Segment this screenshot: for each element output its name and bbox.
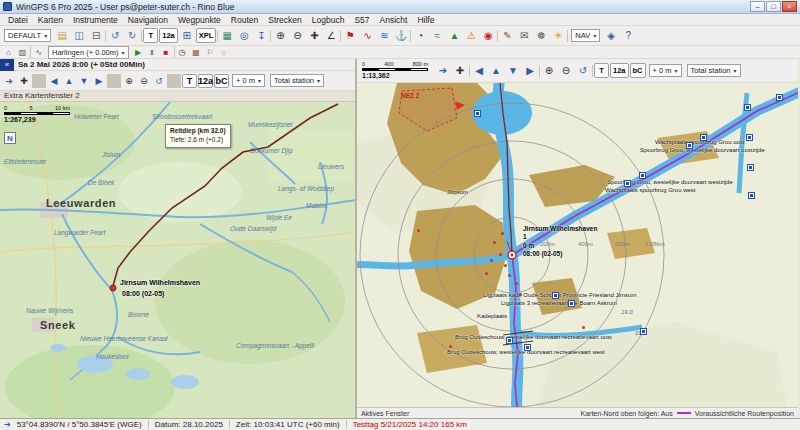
separator[interactable] — [469, 65, 470, 77]
tide-reference-dropdown[interactable]: Total station — [270, 74, 324, 87]
measure-icon[interactable]: ∠ — [323, 28, 339, 43]
zoom-out-button[interactable]: ⊖ — [558, 63, 574, 78]
zoom-in-button[interactable]: ⊕ — [541, 63, 557, 78]
depth-offset-dropdown[interactable]: + 0 m — [232, 74, 265, 87]
daynight-icon[interactable]: ☀ — [550, 28, 566, 43]
world-icon[interactable]: ◎ — [236, 28, 252, 43]
center-map-button[interactable]: ✚ — [452, 63, 468, 78]
anchor-icon[interactable]: ⚓ — [393, 28, 409, 43]
pan-down-button[interactable]: ▼ — [77, 74, 91, 88]
text-labels-button[interactable]: T — [143, 28, 158, 43]
depth-toggle-button[interactable]: 12a — [610, 63, 629, 78]
colors-toggle-button[interactable]: bC — [630, 63, 646, 78]
menu-item[interactable]: Routen — [226, 15, 263, 25]
route-icon[interactable]: ∿ — [359, 28, 375, 43]
pan-right-button[interactable]: ▶ — [522, 63, 538, 78]
pan-left-button[interactable]: ◀ — [47, 74, 61, 88]
previous-view-button[interactable]: ↺ — [575, 63, 591, 78]
zoom-in-button[interactable]: ⊕ — [122, 74, 136, 88]
text-toggle-button[interactable]: T — [182, 74, 197, 88]
menu-item[interactable]: Navigation — [123, 15, 173, 25]
menu-item[interactable]: Strecken — [263, 15, 307, 25]
calendar-icon[interactable]: ▦ — [190, 47, 203, 58]
pan-icon[interactable]: ✚ — [306, 28, 322, 43]
separator[interactable] — [592, 65, 593, 77]
separator[interactable] — [105, 30, 106, 42]
center-map-button[interactable]: ✚ — [17, 74, 31, 88]
xpl-button[interactable]: XPL — [196, 28, 217, 43]
nav-dropdown[interactable]: NAV — [571, 29, 600, 42]
separator[interactable] — [539, 65, 540, 77]
sun-icon[interactable]: ☼ — [218, 47, 231, 58]
depth-offset-dropdown[interactable]: + 0 m — [649, 64, 682, 77]
titlebar[interactable]: WinGPS 6 Pro 2025 - User ps@peter-suter.… — [0, 0, 800, 14]
text-toggle-button[interactable]: T — [594, 63, 609, 78]
pan-right-button[interactable]: ▶ — [92, 74, 106, 88]
separator[interactable] — [32, 74, 46, 88]
pause-icon[interactable]: ‖ — [146, 47, 159, 58]
menu-item[interactable]: Hilfe — [412, 15, 439, 25]
separator[interactable] — [567, 30, 568, 42]
menu-item[interactable]: Ansicht — [375, 15, 413, 25]
home-icon[interactable]: ⌂ — [2, 47, 15, 58]
mob-icon[interactable]: ◉ — [480, 28, 496, 43]
colors-toggle-button[interactable]: bC — [214, 74, 229, 88]
menu-item[interactable]: S57 — [349, 15, 374, 25]
settings-icon[interactable]: ☸ — [533, 28, 549, 43]
depth-toggle-button[interactable]: 12a — [198, 74, 213, 88]
wind-icon[interactable]: ≈ — [429, 28, 445, 43]
maximize-button[interactable]: □ — [766, 1, 781, 12]
waypoint-icon[interactable]: ⚑ — [342, 28, 358, 43]
zoom-in-icon[interactable]: ⊕ — [272, 28, 288, 43]
alarm-icon[interactable]: ⚠ — [463, 28, 479, 43]
pan-left-button[interactable]: ◀ — [471, 63, 487, 78]
separator[interactable] — [167, 74, 181, 88]
open-icon[interactable]: ▤ — [54, 28, 70, 43]
print-icon[interactable]: ⊟ — [88, 28, 104, 43]
redo-icon[interactable]: ↻ — [124, 28, 140, 43]
menu-item[interactable]: Karten — [33, 15, 68, 25]
separator[interactable] — [141, 30, 142, 42]
layers-icon[interactable]: ▧ — [16, 47, 29, 58]
zoom-out-icon[interactable]: ⊖ — [289, 28, 305, 43]
clock-icon[interactable]: ◷ — [176, 47, 189, 58]
time-rewind-button[interactable]: « — [0, 59, 14, 71]
zoom-out-button[interactable]: ⊖ — [137, 74, 151, 88]
separator[interactable] — [340, 30, 341, 42]
charts-icon[interactable]: ▦ — [219, 28, 235, 43]
undo-icon[interactable]: ↺ — [107, 28, 123, 43]
menu-item[interactable]: Datei — [3, 15, 33, 25]
pan-up-button[interactable]: ▲ — [488, 63, 504, 78]
follow-ship-button[interactable]: ➔ — [435, 63, 451, 78]
save-icon[interactable]: ◫ — [71, 28, 87, 43]
tide-station-dropdown[interactable]: Harlingen (+ 0.00m) — [48, 46, 129, 59]
left-map-caption[interactable]: Extra Kartenfenster 2 — [0, 91, 355, 102]
menu-item[interactable]: Instrumente — [68, 15, 123, 25]
tide-reference-dropdown[interactable]: Total station — [687, 64, 741, 77]
flag-icon[interactable]: ⚐ — [204, 47, 217, 58]
mail-icon[interactable]: ✉ — [516, 28, 532, 43]
pan-up-button[interactable]: ▲ — [62, 74, 76, 88]
chart-download-icon[interactable]: ↧ — [253, 28, 269, 43]
menu-item[interactable]: Logbuch — [307, 15, 350, 25]
stop-icon[interactable]: ■ — [160, 47, 173, 58]
grid-icon[interactable]: ⊞ — [179, 28, 195, 43]
help-icon[interactable]: ? — [620, 28, 636, 43]
separator[interactable] — [497, 30, 498, 42]
main-map-canvas[interactable]: 200m400m600m1.08km JirnsumWachtplaats sp… — [357, 83, 798, 407]
minimize-button[interactable]: – — [750, 1, 765, 12]
pan-down-button[interactable]: ▼ — [505, 63, 521, 78]
logbook-icon[interactable]: ✎ — [499, 28, 515, 43]
separator[interactable] — [217, 30, 218, 42]
follow-ship-button[interactable]: ➔ — [2, 74, 16, 88]
close-button[interactable]: × — [782, 1, 797, 12]
separator[interactable] — [30, 46, 31, 58]
depth-labels-button[interactable]: 12a — [159, 28, 178, 43]
compass-icon[interactable]: ◈ — [603, 28, 619, 43]
ais-icon[interactable]: ▲ — [446, 28, 462, 43]
separator[interactable] — [410, 30, 411, 42]
separator[interactable] — [174, 46, 175, 58]
play-icon[interactable]: ▶ — [132, 47, 145, 58]
instruments-icon[interactable]: ◔ — [412, 28, 428, 43]
separator[interactable] — [107, 74, 121, 88]
